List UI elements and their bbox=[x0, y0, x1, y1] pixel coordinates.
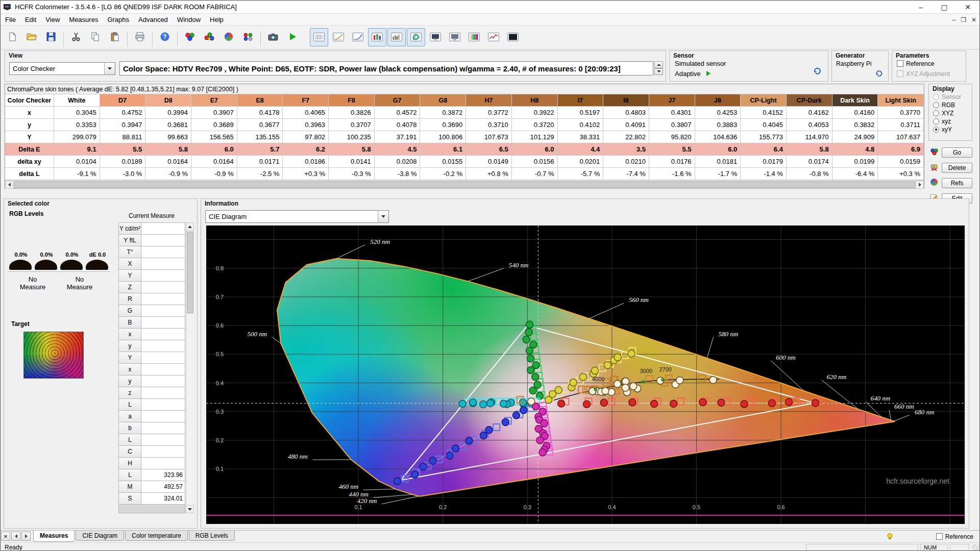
view-colorbars-button[interactable] bbox=[465, 28, 483, 46]
go-button[interactable]: Go bbox=[942, 147, 972, 158]
radio-icon[interactable] bbox=[933, 110, 939, 116]
menu-graphs[interactable]: Graphs bbox=[103, 14, 134, 25]
chevron-down-icon[interactable] bbox=[378, 211, 388, 222]
tab-close-icon[interactable]: ✕ bbox=[1, 532, 10, 541]
column-header-j7[interactable]: J7 bbox=[649, 94, 695, 107]
column-header-dark-skin[interactable]: Dark Skin bbox=[832, 94, 878, 107]
print-button[interactable] bbox=[131, 28, 149, 46]
mdi-close-button[interactable]: ✕ bbox=[971, 16, 976, 23]
checkbox-icon[interactable] bbox=[936, 533, 943, 540]
scroll-down-icon[interactable] bbox=[186, 505, 194, 513]
display-radio-xyz[interactable]: XYZ bbox=[933, 110, 961, 117]
column-header-h8[interactable]: H8 bbox=[512, 94, 558, 107]
table-horizontal-scrollbar[interactable] bbox=[5, 180, 924, 188]
generator-config-button[interactable] bbox=[872, 67, 886, 80]
sensor-balls-button[interactable] bbox=[181, 28, 199, 46]
color-wheel-button[interactable] bbox=[219, 28, 238, 46]
save-button[interactable] bbox=[42, 28, 60, 46]
spin-up-icon[interactable] bbox=[654, 61, 663, 68]
help-button[interactable]: ? bbox=[156, 28, 174, 46]
menu-advanced[interactable]: Advanced bbox=[134, 14, 173, 25]
view-dark-button[interactable] bbox=[504, 28, 522, 46]
column-header-white[interactable]: White bbox=[54, 94, 100, 107]
info-spinner[interactable] bbox=[654, 61, 663, 75]
view-monitor-2-button[interactable] bbox=[446, 28, 464, 46]
column-header-j8[interactable]: J8 bbox=[695, 94, 741, 107]
open-folder-button[interactable] bbox=[22, 28, 41, 46]
column-header-f8[interactable]: F8 bbox=[329, 94, 375, 107]
view-histogram-button[interactable] bbox=[387, 28, 406, 46]
window-maximize-button[interactable]: ▢ bbox=[933, 1, 956, 14]
column-header-light-skin[interactable]: Light Skin bbox=[878, 94, 924, 107]
camera-button[interactable] bbox=[264, 28, 282, 46]
menu-file[interactable]: File bbox=[1, 14, 20, 25]
table-cell: 156.565 bbox=[191, 131, 237, 143]
column-header-e8[interactable]: E8 bbox=[237, 94, 283, 107]
new-document-button[interactable] bbox=[3, 28, 21, 46]
cie-diagram[interactable]: 400030002700520 nm540 nm560 nm580 nm600 … bbox=[206, 226, 965, 524]
color-checker-select[interactable]: Color Checker bbox=[9, 62, 115, 75]
sensor-config-button[interactable] bbox=[810, 64, 824, 78]
information-view-select[interactable]: CIE Diagram bbox=[205, 210, 389, 223]
measure-vertical-scrollbar[interactable] bbox=[186, 222, 194, 513]
radio-icon[interactable] bbox=[933, 127, 939, 133]
spin-down-icon[interactable] bbox=[654, 68, 663, 76]
scroll-right-icon[interactable] bbox=[916, 181, 924, 189]
tab-prev-icon[interactable] bbox=[11, 532, 20, 541]
tab-next-icon[interactable] bbox=[21, 532, 31, 541]
radio-icon[interactable] bbox=[933, 102, 939, 108]
refs-button[interactable]: Refs bbox=[942, 178, 972, 188]
column-header-cp-dark[interactable]: CP-Dark bbox=[787, 94, 832, 107]
display-radio-xyy[interactable]: xyY bbox=[933, 126, 961, 133]
menu-measures[interactable]: Measures bbox=[64, 14, 103, 25]
column-header-i7[interactable]: I7 bbox=[558, 94, 604, 107]
reference-checkbox[interactable]: Reference bbox=[897, 60, 934, 67]
column-header-d7[interactable]: D7 bbox=[100, 94, 146, 107]
delete-button[interactable]: Delete bbox=[942, 163, 972, 173]
column-header-g7[interactable]: G7 bbox=[375, 94, 421, 107]
paste-button[interactable] bbox=[106, 28, 124, 46]
tab-rgb-levels[interactable]: RGB Levels bbox=[189, 531, 235, 541]
window-close-button[interactable]: ✕ bbox=[956, 1, 979, 14]
column-header-cp-light[interactable]: CP-Light bbox=[741, 94, 787, 107]
rgb-balls-button[interactable] bbox=[200, 28, 218, 46]
column-header-h7[interactable]: H7 bbox=[466, 94, 512, 107]
tab-color-temperature[interactable]: Color temperature bbox=[125, 531, 188, 541]
checkbox-icon[interactable] bbox=[897, 60, 903, 67]
scroll-up-icon[interactable] bbox=[186, 222, 194, 231]
view-monitor-button[interactable] bbox=[426, 28, 445, 46]
mdi-minimize-button[interactable]: – bbox=[952, 16, 955, 23]
copy-button[interactable] bbox=[86, 28, 105, 46]
column-header-i8[interactable]: I8 bbox=[603, 94, 649, 107]
tab-measures[interactable]: Measures bbox=[33, 531, 75, 542]
column-header-f7[interactable]: F7 bbox=[283, 94, 329, 107]
menu-view[interactable]: View bbox=[41, 14, 64, 25]
display-radio-rgb[interactable]: RGB bbox=[933, 102, 961, 109]
view-cie-button[interactable] bbox=[407, 28, 425, 46]
window-minimize-button[interactable]: – bbox=[909, 1, 933, 14]
column-header-g8[interactable]: G8 bbox=[420, 94, 466, 107]
view-linechart-button[interactable] bbox=[484, 28, 503, 46]
scroll-left-icon[interactable] bbox=[5, 181, 13, 189]
start-measure-button[interactable] bbox=[283, 28, 302, 46]
column-header-e7[interactable]: E7 bbox=[191, 94, 237, 107]
view-gamma-button[interactable] bbox=[329, 28, 348, 46]
view-luminance-button[interactable] bbox=[349, 28, 367, 46]
resize-grip[interactable] bbox=[972, 544, 979, 551]
view-measures-button[interactable] bbox=[310, 28, 328, 46]
reference-toggle[interactable]: Reference bbox=[936, 533, 973, 540]
menu-help[interactable]: Help bbox=[205, 14, 228, 25]
column-header-d8[interactable]: D8 bbox=[145, 94, 191, 107]
view-rgb-levels-button[interactable] bbox=[368, 28, 386, 46]
mdi-restore-button[interactable]: ❐ bbox=[961, 16, 966, 23]
scrollbar-thumb[interactable] bbox=[187, 232, 193, 313]
measure-balls-button[interactable] bbox=[239, 28, 257, 46]
scrollbar-thumb[interactable] bbox=[14, 181, 915, 188]
menu-window[interactable]: Window bbox=[173, 14, 205, 25]
cut-button[interactable] bbox=[67, 28, 85, 46]
menu-edit[interactable]: Edit bbox=[20, 14, 41, 25]
display-radio-xyz[interactable]: xyz bbox=[933, 118, 961, 125]
chevron-down-icon[interactable] bbox=[104, 63, 115, 74]
tab-cie-diagram[interactable]: CIE Diagram bbox=[76, 531, 124, 541]
radio-icon[interactable] bbox=[933, 118, 939, 124]
